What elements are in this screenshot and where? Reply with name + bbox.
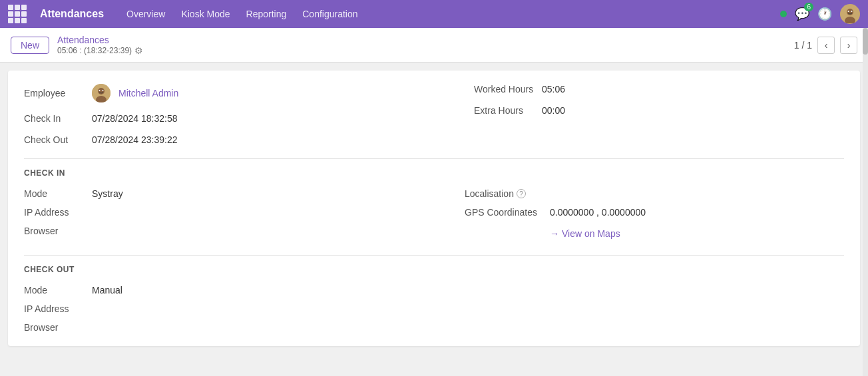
- worked-hours-field-row: Worked Hours 05:06: [474, 84, 844, 94]
- svg-point-3: [848, 11, 849, 12]
- check-out-section-grid: Mode Manual IP Address Browser: [24, 285, 844, 333]
- check-in-left-col: Mode Systray IP Address Browser: [24, 188, 430, 239]
- gps-label: GPS Coordinates: [465, 207, 544, 218]
- form-right: Worked Hours 05:06 Extra Hours 00:00: [434, 84, 844, 145]
- checkout-browser-row: Browser: [24, 322, 430, 333]
- scrollbar-thumb[interactable]: [863, 28, 868, 55]
- check-in-field-row: Check In 07/28/2024 18:32:58: [24, 113, 434, 124]
- gps-row: GPS Coordinates 0.0000000 , 0.0000000: [465, 207, 844, 218]
- employee-name[interactable]: Mitchell Admin: [118, 88, 178, 98]
- localisation-row: Localisation ?: [465, 188, 844, 199]
- extra-hours-value: 00:00: [542, 105, 565, 116]
- check-out-left-col: Mode Manual IP Address Browser: [24, 285, 430, 333]
- nav-configuration[interactable]: Configuration: [296, 6, 364, 22]
- top-nav-menu: Overview Kiosk Mode Reporting Configurat…: [120, 6, 767, 22]
- worked-hours-value: 05:06: [542, 84, 565, 94]
- checkout-mode-label: Mode: [24, 285, 84, 295]
- page-counter: 1 / 1: [794, 40, 812, 51]
- checkout-mode-row: Mode Manual: [24, 285, 430, 295]
- breadcrumb-link[interactable]: Attendances: [57, 35, 143, 45]
- scrollbar-track[interactable]: [863, 28, 868, 376]
- extra-hours-label: Extra Hours: [474, 105, 534, 116]
- checkout-ip-row: IP Address: [24, 303, 430, 314]
- check-in-section-grid: Mode Systray IP Address Browser Localisa…: [24, 188, 844, 239]
- nav-kiosk-mode[interactable]: Kiosk Mode: [174, 6, 236, 22]
- app-title: Attendances: [40, 8, 104, 20]
- employee-label: Employee: [24, 88, 84, 98]
- svg-point-8: [99, 90, 101, 91]
- form-card: Employee Mitchell Admin: [8, 71, 860, 346]
- check-out-section-header: CHECK OUT: [24, 255, 844, 274]
- check-in-value: 07/28/2024 18:32:58: [92, 113, 177, 124]
- checkin-browser-row: Browser: [24, 226, 430, 236]
- toolbar: New Attendances 05:06 : (18:32-23:39) ⚙ …: [0, 28, 868, 63]
- gear-icon[interactable]: ⚙: [134, 45, 143, 56]
- check-out-section-title: CHECK OUT: [24, 265, 75, 274]
- toolbar-left: New Attendances 05:06 : (18:32-23:39) ⚙: [11, 35, 143, 56]
- svg-point-9: [103, 90, 104, 91]
- checkout-browser-label: Browser: [24, 322, 84, 333]
- checkin-mode-label: Mode: [24, 188, 84, 199]
- check-in-section-header: CHECK IN: [24, 158, 844, 178]
- breadcrumb: Attendances 05:06 : (18:32-23:39) ⚙: [57, 35, 143, 56]
- next-button[interactable]: ›: [840, 37, 857, 54]
- localisation-help-icon[interactable]: ?: [517, 189, 526, 198]
- user-avatar[interactable]: [840, 4, 860, 24]
- status-indicator: [780, 11, 787, 17]
- checkout-ip-label: IP Address: [24, 303, 84, 314]
- checkout-mode-value: Manual: [92, 285, 122, 295]
- check-in-label: Check In: [24, 113, 84, 124]
- clock-icon[interactable]: 🕐: [817, 7, 832, 21]
- apps-menu-icon[interactable]: [8, 5, 27, 23]
- topnav-right: 💬 6 🕐: [780, 4, 860, 24]
- checkin-mode-value: Systray: [92, 188, 123, 199]
- svg-point-6: [98, 88, 105, 94]
- new-button[interactable]: New: [11, 37, 49, 54]
- localisation-label: Localisation ?: [465, 188, 526, 199]
- worked-hours-label: Worked Hours: [474, 84, 534, 94]
- nav-reporting[interactable]: Reporting: [240, 6, 294, 22]
- prev-button[interactable]: ‹: [817, 37, 835, 54]
- form-left: Employee Mitchell Admin: [24, 84, 434, 145]
- check-out-field-row: Check Out 07/28/2024 23:39:22: [24, 134, 434, 145]
- arrow-icon: →: [550, 228, 559, 239]
- checkin-mode-row: Mode Systray: [24, 188, 430, 199]
- toolbar-right: 1 / 1 ‹ ›: [794, 37, 857, 54]
- check-in-section-title: CHECK IN: [24, 168, 65, 178]
- top-navigation: Attendances Overview Kiosk Mode Reportin…: [0, 0, 868, 28]
- nav-overview[interactable]: Overview: [120, 6, 172, 22]
- gps-coordinates: 0.0000000 , 0.0000000: [550, 207, 646, 218]
- messages-badge: 6: [804, 3, 813, 11]
- messages-icon[interactable]: 💬 6: [795, 7, 809, 21]
- view-on-maps-link[interactable]: → View on Maps: [550, 228, 844, 239]
- checkin-ip-row: IP Address: [24, 207, 430, 218]
- svg-point-1: [847, 9, 853, 15]
- svg-point-4: [851, 11, 853, 12]
- checkin-ip-label: IP Address: [24, 207, 84, 218]
- breadcrumb-sub: 05:06 : (18:32-23:39) ⚙: [57, 45, 143, 56]
- form-top-section: Employee Mitchell Admin: [24, 84, 844, 145]
- extra-hours-field-row: Extra Hours 00:00: [474, 105, 844, 116]
- checkin-browser-label: Browser: [24, 226, 84, 236]
- check-in-right-col: Localisation ? GPS Coordinates 0.0000000…: [438, 188, 844, 239]
- employee-field-row: Employee Mitchell Admin: [24, 84, 434, 102]
- employee-avatar: [92, 84, 110, 102]
- check-out-label: Check Out: [24, 134, 84, 145]
- main-content: Employee Mitchell Admin: [0, 63, 868, 376]
- check-out-value: 07/28/2024 23:39:22: [92, 134, 177, 145]
